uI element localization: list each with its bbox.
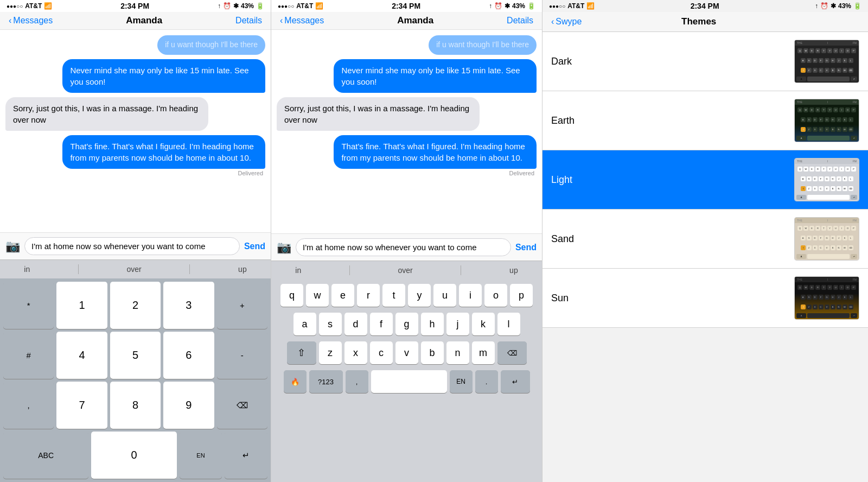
bubble-sent-2: That's fine. That's what I figured. I'm … — [62, 135, 265, 169]
kb-swype-icon[interactable]: 🔥 — [284, 370, 307, 393]
status-left-1: ●●●○○ AT&T 📶 — [7, 2, 52, 10]
kb-f[interactable]: f — [370, 313, 393, 335]
num-key-en[interactable]: EN — [180, 432, 222, 479]
theme-item-earth[interactable]: Earth THEIFM QWERTYUIOP ASDFGHJKL ⇧ZXCVB… — [542, 91, 868, 150]
num-key-comma[interactable]: , — [3, 382, 54, 429]
details-button-1[interactable]: Details — [235, 16, 262, 26]
kb-c[interactable]: c — [370, 341, 393, 364]
num-key-2[interactable]: 2 — [110, 282, 161, 329]
kb-j[interactable]: j — [446, 313, 469, 335]
themes-back-button[interactable]: ‹ Swype — [551, 17, 582, 27]
kb-comma-2[interactable]: , — [346, 370, 368, 393]
theme-list: Dark THEIFM QWERTYUIOP ASDFGHJKL ⇧ZXCVBN… — [542, 32, 868, 482]
details-button-2[interactable]: Details — [507, 16, 533, 26]
kb-y[interactable]: y — [408, 284, 431, 307]
kb-l[interactable]: l — [497, 313, 520, 335]
num-key-minus[interactable]: - — [217, 332, 267, 379]
num-key-6[interactable]: 6 — [163, 332, 214, 379]
camera-icon-1[interactable]: 📷 — [5, 239, 20, 253]
themes-wifi-icon: 📶 — [586, 2, 595, 10]
signal-dots-2: ●●●○○ — [278, 3, 294, 9]
kb-i[interactable]: i — [459, 284, 482, 307]
kb-period[interactable]: . — [475, 370, 498, 393]
num-key-0[interactable]: 0 — [91, 432, 176, 479]
themes-status-bar: ●●●○○ AT&T 📶 2:34 PM ↑ ⏰ ✱ 43% 🔋 — [542, 0, 868, 12]
themes-back-label[interactable]: Swype — [556, 17, 582, 27]
back-label-2[interactable]: Messages — [284, 16, 324, 26]
numeric-row-1: * 1 2 3 + — [3, 282, 267, 329]
num-key-4[interactable]: 4 — [56, 332, 107, 379]
kb-z[interactable]: z — [319, 341, 342, 364]
send-button-2[interactable]: Send — [515, 243, 537, 252]
themes-title: Themes — [681, 16, 716, 27]
kb-h[interactable]: h — [421, 313, 444, 335]
kb-b[interactable]: b — [421, 341, 444, 364]
swipe-word-up-1[interactable]: up — [238, 265, 247, 274]
kb-n[interactable]: n — [446, 341, 469, 364]
carrier-2: AT&T — [296, 2, 313, 10]
kb-q[interactable]: q — [280, 284, 303, 307]
swipe-word-up-2[interactable]: up — [509, 266, 518, 275]
kb-g[interactable]: g — [395, 313, 418, 335]
num-key-hash[interactable]: # — [3, 332, 54, 379]
camera-icon-2[interactable]: 📷 — [277, 240, 291, 255]
theme-name-sun: Sun — [551, 293, 794, 304]
kb-e[interactable]: e — [331, 284, 354, 307]
num-key-1[interactable]: 1 — [56, 282, 107, 329]
back-label-1[interactable]: Messages — [13, 16, 53, 26]
kb-space[interactable] — [371, 370, 447, 393]
num-key-8[interactable]: 8 — [110, 382, 161, 429]
kb-u[interactable]: u — [433, 284, 456, 307]
theme-item-sand[interactable]: Sand THEIFM QWERTYUIOP ASDFGHJKL ⇧ZXCVBN… — [542, 210, 868, 269]
back-button-1[interactable]: ‹ Messages — [9, 16, 53, 26]
mini-kb-sand: THEIFM QWERTYUIOP ASDFGHJKL ⇧ZXCVBNM⌫ — [795, 218, 859, 260]
kb-o[interactable]: o — [484, 284, 507, 307]
num-key-5[interactable]: 5 — [110, 332, 161, 379]
kb-a[interactable]: a — [293, 313, 316, 335]
kb-m[interactable]: m — [472, 341, 495, 364]
kb-d[interactable]: d — [344, 313, 367, 335]
num-key-9[interactable]: 9 — [163, 382, 214, 429]
num-key-3[interactable]: 3 — [163, 282, 214, 329]
delivered-label-2: Delivered — [509, 170, 537, 176]
kb-v[interactable]: v — [395, 341, 418, 364]
divider-4 — [461, 265, 461, 275]
theme-item-sun[interactable]: Sun THEIFM QWERTYUIOP ASDFGHJKL ⇧ZXCVBNM… — [542, 269, 868, 328]
kb-w[interactable]: w — [306, 284, 329, 307]
kb-t[interactable]: t — [382, 284, 405, 307]
themes-status-right: ↑ ⏰ ✱ 43% 🔋 — [815, 2, 861, 10]
num-key-backspace[interactable]: ⌫ — [217, 382, 267, 429]
kb-lang[interactable]: EN — [450, 370, 473, 393]
theme-item-light[interactable]: Light THEIFM QWERTYUIOP ASDFGHJKL ⇧ZXCVB… — [542, 150, 868, 210]
message-input-1[interactable] — [24, 237, 240, 255]
message-input-2[interactable] — [296, 238, 511, 256]
bubble-wrapper-sent-3: Never mind she may only be like 15 min l… — [277, 59, 537, 93]
num-key-star[interactable]: * — [3, 282, 54, 329]
num-key-return-1[interactable]: ↵ — [225, 432, 267, 479]
kb-k[interactable]: k — [472, 313, 495, 335]
num-key-plus[interactable]: + — [217, 282, 267, 329]
kb-x[interactable]: x — [344, 341, 367, 364]
back-button-2[interactable]: ‹ Messages — [280, 16, 324, 26]
num-key-7[interactable]: 7 — [56, 382, 107, 429]
battery-1: 43% — [241, 2, 254, 10]
themes-alarm-icon: ⏰ — [820, 2, 828, 10]
kb-shift[interactable]: ⇧ — [287, 341, 316, 364]
input-area-1: 📷 Send — [0, 232, 271, 259]
num-key-abc[interactable]: ABC — [3, 432, 88, 479]
kb-row-4: 🔥 ?123 , EN . ↵ — [272, 368, 541, 395]
kb-p[interactable]: p — [510, 284, 533, 307]
swipe-word-over-1[interactable]: over — [127, 265, 142, 274]
kb-r[interactable]: r — [357, 284, 380, 307]
kb-backspace-2[interactable]: ⌫ — [497, 341, 527, 364]
kb-return-2[interactable]: ↵ — [501, 370, 530, 393]
theme-item-dark[interactable]: Dark THEIFM QWERTYUIOP ASDFGHJKL ⇧ZXCVBN… — [542, 32, 868, 91]
kb-s[interactable]: s — [319, 313, 342, 335]
kb-num-mode[interactable]: ?123 — [309, 370, 343, 393]
numeric-keyboard-1: * 1 2 3 + # 4 5 6 - , 7 8 9 ⌫ ABC 0 EN ↵ — [0, 278, 271, 482]
swipe-word-over-2[interactable]: over — [398, 266, 413, 275]
swipe-word-in-1[interactable]: in — [24, 265, 30, 274]
send-button-1[interactable]: Send — [244, 242, 265, 251]
swipe-word-in-2[interactable]: in — [295, 266, 301, 275]
theme-name-sand: Sand — [551, 233, 794, 245]
